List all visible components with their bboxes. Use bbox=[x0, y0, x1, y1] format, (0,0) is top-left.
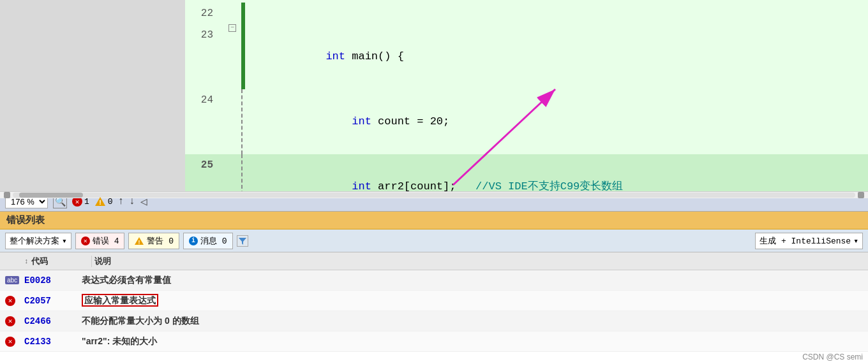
error-panel: 错误列表 整个解决方案 ▾ ✕ 错误 4 ! 警告 0 i 消息 0 bbox=[0, 212, 868, 364]
error-filter-label: 错误 4 bbox=[93, 235, 119, 247]
abc-badge: abc bbox=[5, 276, 19, 284]
code-line-23: 23 − int main() { bbox=[185, 24, 868, 89]
indent-bar bbox=[241, 3, 245, 24]
sort-indicator: ↕ bbox=[24, 258, 29, 265]
code-indent bbox=[326, 115, 352, 127]
error-row[interactable]: abc E0028 表达式必须含有常量值 bbox=[0, 270, 868, 291]
editor-area: 22 23 − int main() { bbox=[0, 0, 868, 191]
scroll-left-btn[interactable] bbox=[4, 192, 10, 198]
left-panel bbox=[0, 0, 185, 191]
error-panel-header: 错误列表 bbox=[0, 212, 868, 229]
warning-filter-icon: ! bbox=[134, 237, 144, 245]
scrollbar-area[interactable] bbox=[0, 191, 868, 198]
code-line-22: 22 bbox=[185, 3, 868, 24]
comment-text: //VS IDE不支持C99变长数组 bbox=[475, 180, 623, 191]
code-text: int main() { bbox=[248, 24, 404, 89]
error-filter-icon: ✕ bbox=[81, 237, 90, 245]
error-filter-btn[interactable]: ✕ 错误 4 bbox=[75, 233, 125, 249]
error-circle-icon-c2133: ✕ bbox=[5, 337, 24, 347]
error-code-e0028[interactable]: E0028 bbox=[24, 275, 82, 286]
error-desc-c2466: 不能分配常量大小为 0 的数组 bbox=[82, 316, 863, 327]
col-desc-header[interactable]: 说明 bbox=[94, 256, 863, 267]
error-desc-e0028: 表达式必须含有常量值 bbox=[82, 275, 863, 286]
csdn-watermark: CSDN @CS semi bbox=[802, 353, 863, 361]
code-line-24: 24 int count = 20; bbox=[185, 89, 868, 154]
line-number: 23 bbox=[185, 24, 223, 46]
dashed-bar bbox=[241, 154, 243, 191]
line-number: 25 bbox=[185, 154, 223, 176]
scroll-thumb[interactable] bbox=[19, 193, 83, 198]
code-text: int count = 20; bbox=[248, 89, 449, 154]
code-text-normal: arr2[count]; bbox=[378, 180, 475, 191]
warning-filter-label: 警告 0 bbox=[147, 235, 174, 247]
code-content: 22 23 − int main() { bbox=[0, 0, 868, 191]
error-code-c2133[interactable]: C2133 bbox=[24, 337, 82, 347]
info-filter-label: 消息 0 bbox=[200, 235, 227, 247]
code-line-25: 25 int arr2[count]; //VS IDE不支持C99变长数组 bbox=[185, 154, 868, 191]
solution-scope-label: 整个解决方案 bbox=[10, 235, 59, 247]
error-code-c2057[interactable]: C2057 bbox=[24, 296, 82, 306]
warning-triangle-icon: ! bbox=[94, 196, 106, 207]
error-desc-c2057: 应输入常量表达式 bbox=[82, 295, 863, 307]
abc-error-icon: abc bbox=[5, 276, 24, 284]
error-code-c2466[interactable]: C2466 bbox=[24, 316, 82, 326]
build-dropdown-arrow-icon: ▾ bbox=[853, 236, 858, 246]
error-circle-icon-c2466: ✕ bbox=[5, 316, 24, 326]
line-number: 24 bbox=[185, 89, 223, 111]
dashed-bar bbox=[241, 89, 243, 154]
dropdown-arrow-icon: ▾ bbox=[62, 236, 67, 246]
line-numbers: 22 23 − int main() { bbox=[185, 0, 868, 191]
error-desc-c2133: "arr2": 未知的大小 bbox=[82, 336, 863, 347]
error-icon: ✕ bbox=[5, 316, 15, 326]
scroll-track[interactable] bbox=[13, 193, 855, 198]
line-indicator: − bbox=[223, 24, 241, 32]
table-header: ↕ 代码 说明 bbox=[0, 252, 868, 270]
code-main[interactable]: 22 23 − int main() { bbox=[185, 0, 868, 191]
svg-text:!: ! bbox=[138, 240, 141, 245]
code-text: int arr2[count]; //VS IDE不支持C99变长数组 bbox=[248, 154, 623, 191]
error-icon: ✕ bbox=[5, 337, 15, 347]
error-toolbar: 整个解决方案 ▾ ✕ 错误 4 ! 警告 0 i 消息 0 bbox=[0, 229, 868, 252]
indent-bar bbox=[241, 24, 245, 89]
build-select-label: 生成 + IntelliSense bbox=[760, 235, 851, 247]
build-select-dropdown[interactable]: 生成 + IntelliSense ▾ bbox=[755, 233, 863, 249]
code-text-normal: main() { bbox=[352, 50, 404, 62]
highlighted-text: 应输入常量表达式 bbox=[82, 294, 158, 307]
col-code-header[interactable]: 代码 bbox=[31, 256, 89, 267]
keyword-int: int bbox=[352, 115, 378, 127]
error-row[interactable]: ✕ C2466 不能分配常量大小为 0 的数组 bbox=[0, 311, 868, 331]
solution-scope-dropdown[interactable]: 整个解决方案 ▾ bbox=[5, 233, 71, 249]
error-circle-icon-c2057: ✕ bbox=[5, 296, 24, 306]
line-number: 22 bbox=[185, 3, 223, 24]
error-row[interactable]: ✕ C2057 应输入常量表达式 bbox=[0, 291, 868, 311]
error-table: ↕ 代码 说明 abc E0028 表达式必须含有常量值 ✕ C2057 应输入… bbox=[0, 252, 868, 364]
info-filter-btn[interactable]: i 消息 0 bbox=[183, 233, 233, 249]
warning-filter-btn[interactable]: ! 警告 0 bbox=[128, 233, 179, 249]
scroll-right-btn[interactable] bbox=[858, 192, 864, 198]
error-row[interactable]: ✕ C2133 "arr2": 未知的大小 bbox=[0, 331, 868, 352]
error-icon: ✕ bbox=[5, 296, 15, 306]
keyword-int: int bbox=[326, 50, 352, 62]
svg-text:!: ! bbox=[98, 200, 102, 207]
code-text-normal: count = 20; bbox=[378, 115, 449, 127]
col-separator bbox=[91, 256, 92, 267]
error-panel-title: 错误列表 bbox=[6, 215, 45, 226]
keyword-int: int bbox=[352, 180, 378, 191]
fold-indicator[interactable]: − bbox=[228, 24, 236, 32]
info-filter-icon: i bbox=[189, 237, 198, 245]
code-indent bbox=[326, 180, 352, 191]
filter-icon[interactable] bbox=[237, 235, 248, 247]
